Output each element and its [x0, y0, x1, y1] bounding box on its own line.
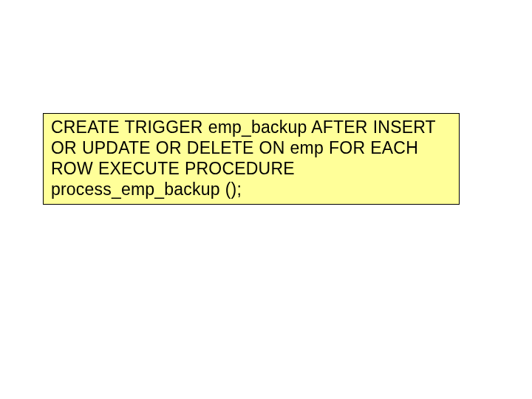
- slide: CREATE TRIGGER emp_backup AFTER INSERT O…: [0, 0, 532, 399]
- code-line-3: ROW EXECUTE PROCEDURE: [51, 159, 295, 178]
- sql-code-text: CREATE TRIGGER emp_backup AFTER INSERT O…: [51, 117, 451, 200]
- code-line-1: CREATE TRIGGER emp_backup AFTER INSERT: [51, 117, 436, 137]
- sql-code-box: CREATE TRIGGER emp_backup AFTER INSERT O…: [43, 113, 460, 205]
- code-line-4: process_emp_backup ();: [51, 180, 242, 199]
- code-line-2: OR UPDATE OR DELETE ON emp FOR EACH: [51, 138, 418, 157]
